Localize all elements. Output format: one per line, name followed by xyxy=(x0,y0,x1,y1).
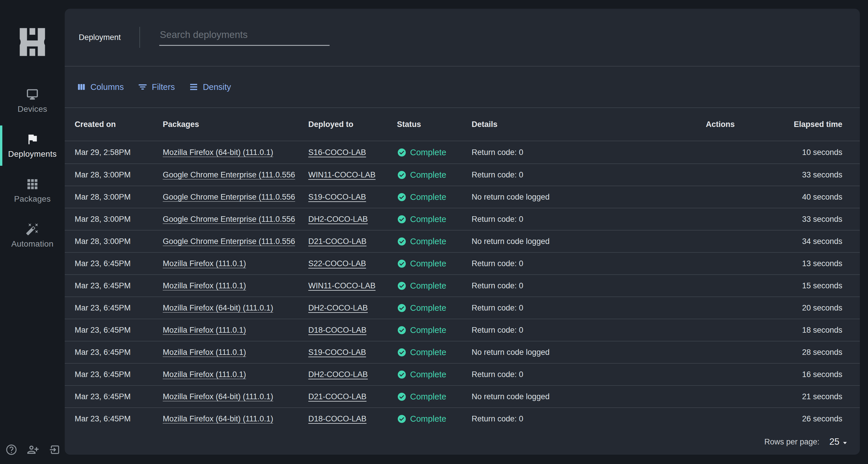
package-cell: Mozilla Firefox (111.0.1) xyxy=(163,281,308,290)
table-row[interactable]: Mar 23, 6:45PM Mozilla Firefox (64-bit) … xyxy=(65,385,860,407)
table-body: Mar 29, 2:58PM Mozilla Firefox (64-bit) … xyxy=(65,141,860,430)
package-link[interactable]: Mozilla Firefox (111.0.1) xyxy=(163,370,246,379)
created-on-cell: Mar 23, 6:45PM xyxy=(75,259,163,268)
rows-per-page-select[interactable]: 25 xyxy=(830,437,849,447)
search-input[interactable] xyxy=(159,29,330,46)
header-status[interactable]: Status xyxy=(397,120,472,129)
table-row[interactable]: Mar 29, 2:58PM Mozilla Firefox (64-bit) … xyxy=(65,141,860,164)
table-footer: Rows per page: 25 xyxy=(65,430,860,454)
table-row[interactable]: Mar 23, 6:45PM Mozilla Firefox (111.0.1)… xyxy=(65,363,860,385)
status-badge: Complete xyxy=(410,259,446,268)
table-row[interactable]: Mar 23, 6:45PM Mozilla Firefox (111.0.1)… xyxy=(65,341,860,363)
sidebar-item-devices[interactable]: Devices xyxy=(0,80,65,121)
device-link[interactable]: D21-COCO-LAB xyxy=(308,392,367,401)
deployed-to-cell: DH2-COCO-LAB xyxy=(308,215,397,224)
exit-icon[interactable] xyxy=(49,443,61,456)
table-row[interactable]: Mar 28, 3:00PM Google Chrome Enterprise … xyxy=(65,230,860,252)
package-link[interactable]: Mozilla Firefox (64-bit) (111.0.1) xyxy=(163,148,273,157)
elapsed-cell: 13 seconds xyxy=(793,259,842,268)
device-link[interactable]: S19-COCO-LAB xyxy=(308,348,366,357)
table-row[interactable]: Mar 23, 6:45PM Mozilla Firefox (64-bit) … xyxy=(65,407,860,430)
created-on-cell: Mar 28, 3:00PM xyxy=(75,215,163,224)
elapsed-cell: 33 seconds xyxy=(793,170,842,179)
status-badge: Complete xyxy=(410,325,446,335)
details-cell: No return code logged xyxy=(472,392,706,401)
details-cell: Return code: 0 xyxy=(472,281,706,290)
header-created-on[interactable]: Created on xyxy=(75,120,163,129)
grid-icon xyxy=(26,177,39,191)
package-cell: Mozilla Firefox (64-bit) (111.0.1) xyxy=(163,303,308,313)
status-cell: Complete xyxy=(397,325,472,335)
search-scope-label: Deployment xyxy=(79,33,121,42)
status-badge: Complete xyxy=(410,303,446,313)
header-deployed-to[interactable]: Deployed to xyxy=(308,120,397,129)
density-button[interactable]: Density xyxy=(189,82,231,92)
package-link[interactable]: Google Chrome Enterprise (111.0.556 xyxy=(163,170,295,179)
package-link[interactable]: Mozilla Firefox (111.0.1) xyxy=(163,259,246,268)
package-link[interactable]: Mozilla Firefox (64-bit) (111.0.1) xyxy=(163,414,273,423)
package-link[interactable]: Mozilla Firefox (111.0.1) xyxy=(163,348,246,357)
package-cell: Google Chrome Enterprise (111.0.556 xyxy=(163,170,308,179)
device-link[interactable]: D18-COCO-LAB xyxy=(308,414,367,423)
package-cell: Mozilla Firefox (64-bit) (111.0.1) xyxy=(163,414,308,424)
elapsed-cell: 10 seconds xyxy=(793,148,842,157)
columns-button[interactable]: Columns xyxy=(76,82,124,92)
brand-logo[interactable] xyxy=(17,25,48,59)
status-cell: Complete xyxy=(397,303,472,313)
check-circle-icon xyxy=(397,348,407,357)
table-row[interactable]: Mar 28, 3:00PM Google Chrome Enterprise … xyxy=(65,185,860,208)
status-cell: Complete xyxy=(397,237,472,246)
device-link[interactable]: DH2-COCO-LAB xyxy=(308,215,368,224)
package-cell: Mozilla Firefox (111.0.1) xyxy=(163,348,308,357)
details-cell: Return code: 0 xyxy=(472,215,706,224)
created-on-cell: Mar 29, 2:58PM xyxy=(75,148,163,157)
sidebar-item-label: Automation xyxy=(11,239,54,249)
elapsed-cell: 16 seconds xyxy=(793,370,842,379)
device-link[interactable]: WIN11-COCO-LAB xyxy=(308,281,376,290)
sidebar-item-automation[interactable]: Automation xyxy=(0,215,65,256)
device-link[interactable]: S22-COCO-LAB xyxy=(308,259,366,268)
package-link[interactable]: Google Chrome Enterprise (111.0.556 xyxy=(163,193,295,201)
device-link[interactable]: WIN11-COCO-LAB xyxy=(308,170,376,179)
chevron-down-icon xyxy=(841,438,849,447)
table-row[interactable]: Mar 28, 3:00PM Google Chrome Enterprise … xyxy=(65,208,860,230)
status-cell: Complete xyxy=(397,348,472,357)
device-link[interactable]: D18-COCO-LAB xyxy=(308,326,367,335)
device-link[interactable]: S19-COCO-LAB xyxy=(308,193,366,201)
check-circle-icon xyxy=(397,325,407,335)
flag-icon xyxy=(26,133,39,146)
package-link[interactable]: Google Chrome Enterprise (111.0.556 xyxy=(163,215,295,224)
package-link[interactable]: Mozilla Firefox (111.0.1) xyxy=(163,326,246,335)
rows-per-page-value: 25 xyxy=(830,437,839,447)
package-link[interactable]: Google Chrome Enterprise (111.0.556 xyxy=(163,237,295,246)
table-row[interactable]: Mar 23, 6:45PM Mozilla Firefox (111.0.1)… xyxy=(65,274,860,296)
header-actions[interactable]: Actions xyxy=(706,120,793,129)
header-details[interactable]: Details xyxy=(472,120,706,129)
help-icon[interactable] xyxy=(5,443,18,456)
header-packages[interactable]: Packages xyxy=(163,120,308,129)
status-badge: Complete xyxy=(410,237,446,246)
package-link[interactable]: Mozilla Firefox (111.0.1) xyxy=(163,281,246,290)
created-on-cell: Mar 23, 6:45PM xyxy=(75,392,163,401)
details-cell: Return code: 0 xyxy=(472,414,706,424)
device-link[interactable]: DH2-COCO-LAB xyxy=(308,370,368,379)
package-cell: Google Chrome Enterprise (111.0.556 xyxy=(163,193,308,202)
table-row[interactable]: Mar 23, 6:45PM Mozilla Firefox (64-bit) … xyxy=(65,296,860,319)
table-row[interactable]: Mar 23, 6:45PM Mozilla Firefox (111.0.1)… xyxy=(65,319,860,341)
device-link[interactable]: DH2-COCO-LAB xyxy=(308,303,368,312)
check-circle-icon xyxy=(397,281,407,291)
person-add-icon[interactable] xyxy=(27,443,39,456)
sidebar-item-label: Deployments xyxy=(8,149,57,159)
table-row[interactable]: Mar 28, 3:00PM Google Chrome Enterprise … xyxy=(65,164,860,185)
sidebar-item-deployments[interactable]: Deployments xyxy=(0,125,65,166)
header-elapsed-time[interactable]: Elapsed time xyxy=(793,120,842,129)
check-circle-icon xyxy=(397,370,407,379)
device-link[interactable]: S16-COCO-LAB xyxy=(308,148,366,157)
filters-button[interactable]: Filters xyxy=(138,82,175,92)
device-link[interactable]: D21-COCO-LAB xyxy=(308,237,367,246)
sidebar-item-packages[interactable]: Packages xyxy=(0,170,65,211)
status-badge: Complete xyxy=(410,170,446,180)
table-row[interactable]: Mar 23, 6:45PM Mozilla Firefox (111.0.1)… xyxy=(65,252,860,274)
package-link[interactable]: Mozilla Firefox (64-bit) (111.0.1) xyxy=(163,392,273,401)
package-link[interactable]: Mozilla Firefox (64-bit) (111.0.1) xyxy=(163,303,273,312)
